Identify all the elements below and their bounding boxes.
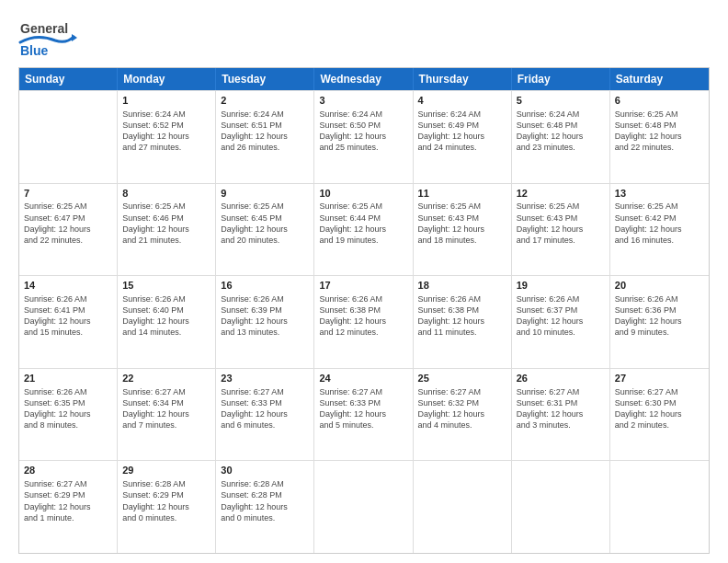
cal-cell-11: 11Sunrise: 6:25 AMSunset: 6:43 PMDayligh… (414, 184, 512, 276)
cell-info: Sunrise: 6:25 AMSunset: 6:44 PMDaylight:… (319, 201, 407, 246)
cal-cell-2: 2Sunrise: 6:24 AMSunset: 6:51 PMDaylight… (216, 91, 314, 183)
cal-header-monday: Monday (118, 68, 216, 90)
day-number: 18 (418, 279, 506, 293)
cal-cell-27: 27Sunrise: 6:27 AMSunset: 6:30 PMDayligh… (610, 369, 709, 461)
calendar-header-row: SundayMondayTuesdayWednesdayThursdayFrid… (19, 68, 709, 90)
cell-info: Sunrise: 6:28 AMSunset: 6:29 PMDaylight:… (122, 478, 210, 523)
cal-header-wednesday: Wednesday (314, 68, 413, 90)
cell-info: Sunrise: 6:27 AMSunset: 6:32 PMDaylight:… (418, 386, 506, 431)
cal-cell-28: 28Sunrise: 6:27 AMSunset: 6:29 PMDayligh… (19, 461, 118, 553)
day-number: 4 (418, 94, 506, 108)
cal-cell-5: 5Sunrise: 6:24 AMSunset: 6:48 PMDaylight… (512, 91, 610, 183)
cell-info: Sunrise: 6:25 AMSunset: 6:46 PMDaylight:… (122, 201, 210, 246)
cell-info: Sunrise: 6:26 AMSunset: 6:35 PMDaylight:… (24, 386, 112, 431)
day-number: 1 (122, 94, 210, 108)
cal-cell-16: 16Sunrise: 6:26 AMSunset: 6:39 PMDayligh… (216, 276, 314, 368)
cal-cell-25: 25Sunrise: 6:27 AMSunset: 6:32 PMDayligh… (414, 369, 512, 461)
cal-cell-12: 12Sunrise: 6:25 AMSunset: 6:43 PMDayligh… (512, 184, 610, 276)
cal-cell-empty-5 (512, 461, 610, 553)
cell-info: Sunrise: 6:26 AMSunset: 6:36 PMDaylight:… (615, 293, 704, 339)
day-number: 16 (221, 279, 309, 293)
cal-cell-empty-0 (19, 91, 118, 183)
cell-info: Sunrise: 6:25 AMSunset: 6:48 PMDaylight:… (615, 109, 704, 154)
cal-cell-21: 21Sunrise: 6:26 AMSunset: 6:35 PMDayligh… (19, 369, 118, 461)
svg-text:Blue: Blue (20, 43, 49, 58)
cal-cell-20: 20Sunrise: 6:26 AMSunset: 6:36 PMDayligh… (610, 276, 709, 368)
day-number: 2 (221, 94, 309, 108)
cell-info: Sunrise: 6:26 AMSunset: 6:38 PMDaylight:… (319, 293, 407, 339)
day-number: 29 (122, 464, 210, 477)
day-number: 21 (24, 372, 112, 385)
cal-cell-1: 1Sunrise: 6:24 AMSunset: 6:52 PMDaylight… (118, 91, 216, 183)
cell-info: Sunrise: 6:25 AMSunset: 6:43 PMDaylight:… (418, 201, 506, 246)
cell-info: Sunrise: 6:25 AMSunset: 6:43 PMDaylight:… (517, 201, 605, 246)
cell-info: Sunrise: 6:25 AMSunset: 6:45 PMDaylight:… (221, 201, 309, 246)
cell-info: Sunrise: 6:27 AMSunset: 6:33 PMDaylight:… (221, 386, 309, 431)
cal-row-0: 1Sunrise: 6:24 AMSunset: 6:52 PMDaylight… (19, 90, 709, 183)
cal-header-saturday: Saturday (610, 68, 709, 90)
cal-cell-15: 15Sunrise: 6:26 AMSunset: 6:40 PMDayligh… (118, 276, 216, 368)
day-number: 15 (122, 279, 210, 293)
cal-cell-14: 14Sunrise: 6:26 AMSunset: 6:41 PMDayligh… (19, 276, 118, 368)
cell-info: Sunrise: 6:24 AMSunset: 6:48 PMDaylight:… (517, 109, 605, 154)
day-number: 24 (319, 372, 407, 385)
cal-cell-empty-6 (610, 461, 709, 553)
calendar-page: General Blue SundayMondayTuesdayWednesda… (0, 0, 728, 563)
cal-cell-24: 24Sunrise: 6:27 AMSunset: 6:33 PMDayligh… (314, 369, 413, 461)
cal-cell-30: 30Sunrise: 6:28 AMSunset: 6:28 PMDayligh… (216, 461, 314, 553)
calendar-body: 1Sunrise: 6:24 AMSunset: 6:52 PMDaylight… (19, 90, 709, 553)
cell-info: Sunrise: 6:27 AMSunset: 6:29 PMDaylight:… (24, 478, 112, 523)
cal-cell-22: 22Sunrise: 6:27 AMSunset: 6:34 PMDayligh… (118, 369, 216, 461)
cell-info: Sunrise: 6:26 AMSunset: 6:37 PMDaylight:… (517, 293, 605, 339)
cal-cell-9: 9Sunrise: 6:25 AMSunset: 6:45 PMDaylight… (216, 184, 314, 276)
day-number: 14 (24, 279, 112, 293)
day-number: 3 (319, 94, 407, 108)
cal-row-4: 28Sunrise: 6:27 AMSunset: 6:29 PMDayligh… (19, 460, 709, 553)
cal-cell-empty-3 (314, 461, 413, 553)
svg-marker-1 (72, 34, 77, 41)
day-number: 12 (517, 187, 605, 201)
cal-cell-3: 3Sunrise: 6:24 AMSunset: 6:50 PMDaylight… (314, 91, 413, 183)
cal-cell-17: 17Sunrise: 6:26 AMSunset: 6:38 PMDayligh… (314, 276, 413, 368)
cell-info: Sunrise: 6:28 AMSunset: 6:28 PMDaylight:… (221, 478, 309, 523)
page-header: General Blue (18, 17, 710, 58)
cal-header-tuesday: Tuesday (216, 68, 314, 90)
cell-info: Sunrise: 6:24 AMSunset: 6:51 PMDaylight:… (221, 109, 309, 154)
cell-info: Sunrise: 6:24 AMSunset: 6:49 PMDaylight:… (418, 109, 506, 154)
day-number: 27 (615, 372, 704, 385)
cell-info: Sunrise: 6:27 AMSunset: 6:30 PMDaylight:… (615, 386, 704, 431)
cal-cell-empty-4 (414, 461, 512, 553)
cal-cell-23: 23Sunrise: 6:27 AMSunset: 6:33 PMDayligh… (216, 369, 314, 461)
cell-info: Sunrise: 6:25 AMSunset: 6:47 PMDaylight:… (24, 201, 112, 246)
day-number: 13 (615, 187, 704, 201)
day-number: 7 (24, 187, 112, 201)
cal-cell-13: 13Sunrise: 6:25 AMSunset: 6:42 PMDayligh… (610, 184, 709, 276)
cal-cell-29: 29Sunrise: 6:28 AMSunset: 6:29 PMDayligh… (118, 461, 216, 553)
cell-info: Sunrise: 6:26 AMSunset: 6:41 PMDaylight:… (24, 293, 112, 339)
cal-row-2: 14Sunrise: 6:26 AMSunset: 6:41 PMDayligh… (19, 275, 709, 368)
day-number: 23 (221, 372, 309, 385)
cal-cell-8: 8Sunrise: 6:25 AMSunset: 6:46 PMDaylight… (118, 184, 216, 276)
cell-info: Sunrise: 6:27 AMSunset: 6:31 PMDaylight:… (517, 386, 605, 431)
cell-info: Sunrise: 6:25 AMSunset: 6:42 PMDaylight:… (615, 201, 704, 246)
logo-svg: General Blue (18, 17, 92, 58)
cell-info: Sunrise: 6:27 AMSunset: 6:33 PMDaylight:… (319, 386, 407, 431)
cal-cell-7: 7Sunrise: 6:25 AMSunset: 6:47 PMDaylight… (19, 184, 118, 276)
day-number: 30 (221, 464, 309, 477)
cal-row-1: 7Sunrise: 6:25 AMSunset: 6:47 PMDaylight… (19, 183, 709, 276)
day-number: 5 (517, 94, 605, 108)
cal-cell-18: 18Sunrise: 6:26 AMSunset: 6:38 PMDayligh… (414, 276, 512, 368)
cell-info: Sunrise: 6:27 AMSunset: 6:34 PMDaylight:… (122, 386, 210, 431)
cell-info: Sunrise: 6:26 AMSunset: 6:39 PMDaylight:… (221, 293, 309, 339)
cal-header-friday: Friday (512, 68, 610, 90)
calendar: SundayMondayTuesdayWednesdayThursdayFrid… (18, 67, 710, 554)
cal-header-thursday: Thursday (414, 68, 512, 90)
cal-cell-4: 4Sunrise: 6:24 AMSunset: 6:49 PMDaylight… (414, 91, 512, 183)
day-number: 8 (122, 187, 210, 201)
cal-cell-26: 26Sunrise: 6:27 AMSunset: 6:31 PMDayligh… (512, 369, 610, 461)
cell-info: Sunrise: 6:24 AMSunset: 6:52 PMDaylight:… (122, 109, 210, 154)
day-number: 10 (319, 187, 407, 201)
day-number: 26 (517, 372, 605, 385)
day-number: 25 (418, 372, 506, 385)
logo: General Blue (18, 17, 92, 58)
